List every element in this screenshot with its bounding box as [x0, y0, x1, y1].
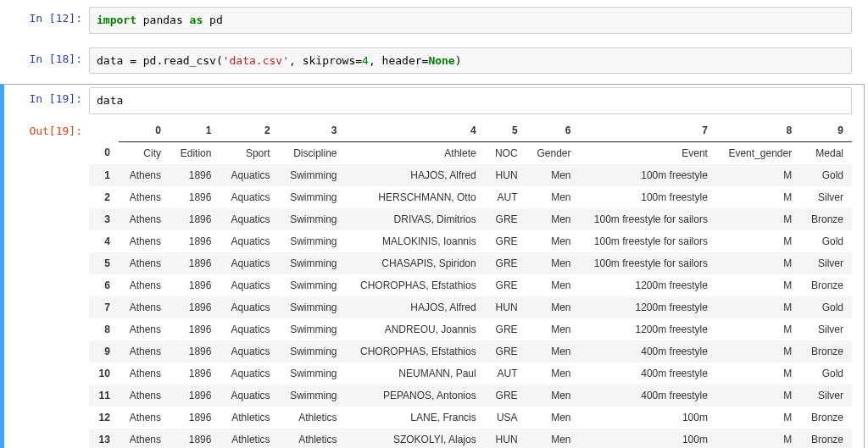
- dataframe-row-index: 0: [89, 141, 119, 164]
- dataframe-column-header: 9: [800, 119, 852, 142]
- dataframe-cell: 400m freestyle: [580, 384, 716, 407]
- dataframe-cell: 100m freestyle for sailors: [580, 252, 716, 274]
- dataframe-cell: ANDREOU, Joannis: [346, 318, 485, 340]
- dataframe-cell: Bronze: [800, 429, 852, 448]
- code-input[interactable]: data = pd.read_csv('data.csv', skiprows=…: [89, 47, 852, 75]
- code-input[interactable]: import pandas as pd: [89, 7, 852, 34]
- dataframe-cell: Athletics: [279, 429, 346, 448]
- output-prompt: Out[19]:: [4, 119, 89, 448]
- table-row: 11Athens1896AquaticsSwimmingPEPANOS, Ant…: [89, 384, 852, 407]
- dataframe-cell: Swimming: [279, 274, 346, 296]
- dataframe-cell: GRE: [485, 274, 526, 296]
- dataframe-cell: Men: [526, 208, 580, 230]
- dataframe-cell: HUN: [485, 164, 526, 186]
- dataframe-cell: Athens: [119, 164, 170, 186]
- dataframe-row-index: 6: [89, 274, 119, 296]
- dataframe-row-index: 13: [89, 429, 119, 448]
- code-input[interactable]: data: [89, 87, 852, 114]
- dataframe-cell: Athens: [119, 230, 170, 252]
- dataframe-cell: Men: [526, 340, 580, 362]
- dataframe-output[interactable]: 0123456789 0CityEditionSportDisciplineAt…: [89, 119, 852, 448]
- dataframe-column-header: 3: [279, 119, 346, 142]
- dataframe-cell: Athlete: [346, 141, 485, 164]
- code-cell[interactable]: In [12]: import pandas as pd: [0, 0, 868, 41]
- dataframe-cell: 100m: [580, 429, 716, 448]
- dataframe-cell: M: [716, 208, 800, 230]
- dataframe-cell: GRE: [485, 230, 526, 252]
- dataframe-table: 0123456789 0CityEditionSportDisciplineAt…: [89, 119, 852, 448]
- dataframe-cell: M: [716, 186, 800, 208]
- dataframe-cell: Athens: [119, 407, 170, 429]
- dataframe-cell: Men: [526, 318, 580, 340]
- table-row: 0CityEditionSportDisciplineAthleteNOCGen…: [89, 141, 852, 164]
- dataframe-cell: 1200m freestyle: [580, 274, 716, 296]
- dataframe-cell: HAJOS, Alfred: [346, 296, 485, 318]
- dataframe-cell: Athens: [119, 208, 170, 230]
- table-row: 6Athens1896AquaticsSwimmingCHOROPHAS, Ef…: [89, 274, 852, 296]
- dataframe-cell: Aquatics: [220, 164, 278, 186]
- dataframe-cell: 1200m freestyle: [580, 296, 716, 318]
- dataframe-cell: Gold: [800, 362, 852, 384]
- dataframe-cell: Silver: [800, 384, 852, 407]
- dataframe-cell: Swimming: [279, 384, 346, 407]
- dataframe-cell: AUT: [485, 362, 526, 384]
- dataframe-cell: HUN: [485, 296, 526, 318]
- dataframe-cell: Athens: [119, 274, 170, 296]
- dataframe-cell: GRE: [485, 252, 526, 274]
- dataframe-cell: HAJOS, Alfred: [346, 164, 485, 186]
- dataframe-cell: Aquatics: [220, 208, 278, 230]
- input-prompt: In [19]:: [4, 87, 89, 114]
- dataframe-row-index: 1: [89, 164, 119, 186]
- dataframe-cell: Men: [526, 384, 580, 407]
- input-prompt: In [18]:: [4, 47, 89, 65]
- dataframe-cell: Swimming: [279, 318, 346, 340]
- dataframe-row-index: 3: [89, 208, 119, 230]
- dataframe-cell: Aquatics: [220, 230, 278, 252]
- dataframe-column-header: 8: [716, 119, 800, 142]
- dataframe-cell: Aquatics: [220, 186, 278, 208]
- dataframe-row-index: 12: [89, 407, 119, 429]
- dataframe-column-header: 1: [170, 119, 220, 142]
- dataframe-corner: [89, 119, 119, 142]
- table-row: 9Athens1896AquaticsSwimmingCHOROPHAS, Ef…: [89, 340, 852, 362]
- dataframe-cell: M: [716, 230, 800, 252]
- table-row: 5Athens1896AquaticsSwimmingCHASAPIS, Spi…: [89, 252, 852, 274]
- dataframe-cell: 100m freestyle: [580, 186, 716, 208]
- table-row: 3Athens1896AquaticsSwimmingDRIVAS, Dimit…: [89, 208, 852, 230]
- dataframe-row-index: 5: [89, 252, 119, 274]
- dataframe-cell: Gold: [800, 230, 852, 252]
- dataframe-cell: Aquatics: [220, 296, 278, 318]
- dataframe-cell: GRE: [485, 208, 526, 230]
- dataframe-row-index: 4: [89, 230, 119, 252]
- dataframe-cell: 400m freestyle: [580, 362, 716, 384]
- dataframe-cell: LANE, Francis: [346, 407, 485, 429]
- dataframe-cell: M: [716, 274, 800, 296]
- dataframe-cell: M: [716, 164, 800, 186]
- dataframe-cell: NOC: [485, 141, 526, 164]
- dataframe-cell: Event_gender: [716, 141, 800, 164]
- dataframe-column-header: 6: [526, 119, 580, 142]
- dataframe-cell: Swimming: [279, 230, 346, 252]
- code-cell[interactable]: In [19]: data Out[19]: 0123456789 0CityE…: [0, 80, 868, 448]
- dataframe-cell: 1896: [170, 296, 220, 318]
- dataframe-cell: Aquatics: [220, 340, 278, 362]
- dataframe-cell: Men: [526, 186, 580, 208]
- dataframe-cell: Athens: [119, 252, 170, 274]
- dataframe-cell: M: [716, 296, 800, 318]
- dataframe-cell: Gold: [800, 164, 852, 186]
- dataframe-cell: Aquatics: [220, 318, 278, 340]
- table-row: 13Athens1896AthleticsAthleticsSZOKOLYI, …: [89, 429, 852, 448]
- table-row: 8Athens1896AquaticsSwimmingANDREOU, Joan…: [89, 318, 852, 340]
- dataframe-column-header: 5: [485, 119, 526, 142]
- dataframe-cell: 1896: [170, 274, 220, 296]
- dataframe-cell: Bronze: [800, 340, 852, 362]
- code-cell[interactable]: In [18]: data = pd.read_csv('data.csv', …: [0, 41, 868, 81]
- dataframe-cell: Gold: [800, 296, 852, 318]
- dataframe-cell: Men: [526, 274, 580, 296]
- dataframe-cell: Men: [526, 429, 580, 448]
- dataframe-cell: Men: [526, 252, 580, 274]
- dataframe-cell: M: [716, 362, 800, 384]
- dataframe-cell: MALOKINIS, Ioannis: [346, 230, 485, 252]
- dataframe-cell: NEUMANN, Paul: [346, 362, 485, 384]
- dataframe-cell: 100m: [580, 407, 716, 429]
